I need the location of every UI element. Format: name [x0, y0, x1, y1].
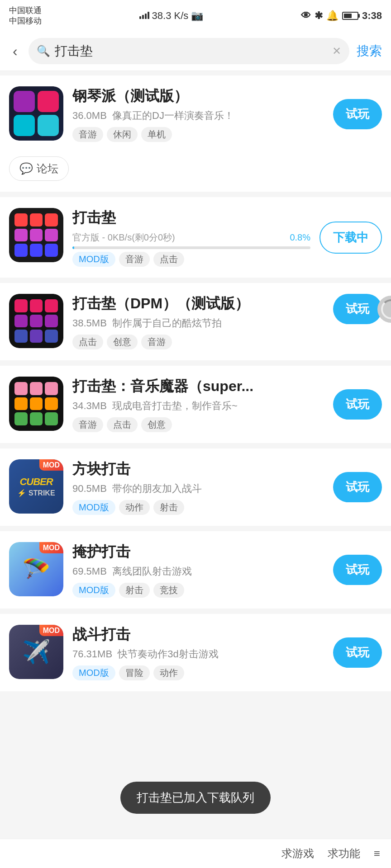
app-meta: 36.0MB 像真正的DJ一样演奏音乐！	[72, 109, 324, 123]
app-tags: MOD版 动作 射击	[72, 500, 324, 515]
app-name: 钢琴派（测试版）	[72, 86, 324, 106]
app-icon-wrap	[9, 208, 63, 262]
request-game-label: 求游戏	[281, 846, 314, 861]
forum-button[interactable]: 💬 论坛	[9, 156, 69, 181]
try-play-button[interactable]: 试玩	[333, 294, 382, 324]
app-card: MOD CUBER ⚡ STRIKE 方块打击 90.5MB 带你的朋友加入战斗…	[0, 448, 391, 526]
app-icon-dpm	[9, 294, 63, 348]
app-meta: 90.5MB 带你的朋友加入战斗	[72, 482, 324, 495]
tag: 点击	[107, 417, 138, 432]
search-input-wrap[interactable]: 🔍 打击垫 ✕	[29, 38, 349, 64]
try-play-button[interactable]: 试玩	[333, 99, 382, 129]
app-icon-wrap: MOD ✈️	[9, 625, 63, 679]
tag: 音游	[141, 335, 172, 349]
carrier1: 中国联通	[9, 5, 42, 16]
tag: 冒险	[119, 665, 150, 680]
app-meta: 76.31MB 快节奏动作3d射击游戏	[72, 647, 324, 661]
tag: 动作	[119, 500, 150, 515]
tag: 音游	[72, 127, 103, 142]
carrier2: 中国移动	[9, 16, 42, 26]
app-name: 战斗打击	[72, 625, 324, 645]
request-feature-button[interactable]: 求功能	[328, 846, 360, 861]
spinner	[377, 296, 391, 323]
tag: 射击	[119, 583, 150, 598]
tag: 点击	[153, 252, 184, 267]
toast-text: 打击垫已加入下载队列	[137, 791, 254, 804]
app-card: 打击垫 官方版 - 0KB/s(剩0分0秒) 0.8% MOD版 音游 点击 下	[0, 197, 391, 278]
try-play-button[interactable]: 试玩	[333, 389, 382, 420]
try-play-button[interactable]: 试玩	[333, 637, 382, 668]
try-play-button[interactable]: 试玩	[333, 555, 382, 585]
app-card: 钢琴派（测试版） 36.0MB 像真正的DJ一样演奏音乐！ 音游 休闲 单机 试…	[0, 75, 391, 192]
status-right: 👁 ✱ 🔔 3:38	[301, 10, 382, 22]
progress-bar	[72, 246, 310, 249]
app-info: 打击垫：音乐魔器（super... 34.3MB 现成电音打击垫，制作音乐~ 音…	[72, 377, 324, 432]
app-list: 钢琴派（测试版） 36.0MB 像真正的DJ一样演奏音乐！ 音游 休闲 单机 试…	[0, 71, 391, 759]
app-name: 掩护打击	[72, 542, 324, 562]
camera-icon: 📷	[191, 10, 203, 22]
try-button-spinner-wrap: 试玩	[333, 294, 382, 324]
app-name: 方块打击	[72, 459, 324, 479]
app-card: MOD 🪂 掩护打击 69.5MB 离线团队射击游戏 MOD版 射击 竞技 试玩	[0, 531, 391, 609]
carrier-info: 中国联通 中国移动	[9, 5, 42, 27]
download-status: 官方版 - 0KB/s(剩0分0秒)	[72, 231, 175, 244]
eye-icon: 👁	[301, 10, 311, 22]
app-info: 方块打击 90.5MB 带你的朋友加入战斗 MOD版 动作 射击	[72, 459, 324, 515]
search-button[interactable]: 搜索	[357, 42, 382, 60]
tag: 点击	[72, 335, 103, 349]
network-speed: 38.3 K/s	[152, 10, 189, 22]
app-tags: 音游 休闲 单机	[72, 127, 324, 142]
tag-mod: MOD版	[72, 665, 115, 680]
bell-icon: 🔔	[326, 10, 339, 22]
tag: 竞技	[153, 583, 184, 598]
menu-icon: ≡	[374, 847, 380, 860]
request-game-button[interactable]: 求游戏	[281, 846, 314, 861]
mod-badge: MOD	[39, 625, 63, 636]
app-meta: 69.5MB 离线团队射击游戏	[72, 565, 324, 578]
mod-badge: MOD	[39, 459, 63, 471]
app-meta: 34.3MB 现成电音打击垫，制作音乐~	[72, 399, 324, 413]
app-info: 掩护打击 69.5MB 离线团队射击游戏 MOD版 射击 竞技	[72, 542, 324, 598]
menu-button[interactable]: ≡	[374, 847, 380, 860]
app-icon-wrap	[9, 377, 63, 431]
search-icon: 🔍	[37, 45, 50, 57]
time-display: 3:38	[362, 10, 382, 22]
back-button[interactable]: ‹	[9, 41, 21, 61]
status-center: 38.3 K/s 📷	[139, 10, 204, 22]
tag: 音游	[72, 417, 103, 432]
app-icon-wrap	[9, 294, 63, 348]
app-icon-dajizhen	[9, 208, 63, 262]
tag: 创意	[141, 417, 172, 432]
mod-badge: MOD	[39, 542, 63, 553]
search-bar: ‹ 🔍 打击垫 ✕ 搜索	[0, 32, 391, 71]
app-info: 战斗打击 76.31MB 快节奏动作3d射击游戏 MOD版 冒险 动作	[72, 625, 324, 680]
app-card: MOD ✈️ 战斗打击 76.31MB 快节奏动作3d射击游戏 MOD版 冒险 …	[0, 614, 391, 691]
toast-notification: 打击垫已加入下载队列	[120, 782, 271, 814]
tag-mod: MOD版	[72, 252, 115, 267]
app-name: 打击垫（DPM）（测试版）	[72, 294, 324, 314]
request-feature-label: 求功能	[328, 846, 360, 861]
forum-label: 论坛	[37, 161, 58, 176]
app-meta: 38.5MB 制作属于自己的酷炫节拍	[72, 316, 324, 330]
app-tags: 点击 创意 音游	[72, 335, 324, 349]
app-tags: MOD版 射击 竞技	[72, 583, 324, 598]
tag: 创意	[107, 335, 138, 349]
app-name: 打击垫：音乐魔器（super...	[72, 377, 324, 396]
bottom-bar: 求游戏 求功能 ≡	[0, 839, 391, 868]
try-play-button[interactable]: 试玩	[333, 472, 382, 502]
tag: 动作	[153, 665, 184, 680]
clear-icon[interactable]: ✕	[332, 45, 341, 57]
progress-fill	[72, 246, 74, 249]
download-button[interactable]: 下载中	[319, 222, 382, 254]
app-card: 打击垫：音乐魔器（super... 34.3MB 现成电音打击垫，制作音乐~ 音…	[0, 366, 391, 443]
search-query: 打击垫	[55, 42, 328, 60]
tag: 休闲	[107, 127, 138, 142]
app-info: 钢琴派（测试版） 36.0MB 像真正的DJ一样演奏音乐！ 音游 休闲 单机	[72, 86, 324, 142]
download-progress-row: 官方版 - 0KB/s(剩0分0秒) 0.8%	[72, 231, 310, 249]
forum-icon: 💬	[19, 162, 33, 175]
app-info: 打击垫（DPM）（测试版） 38.5MB 制作属于自己的酷炫节拍 点击 创意 音…	[72, 294, 324, 349]
tag: 单机	[141, 127, 172, 142]
app-icon-wrap: MOD 🪂	[9, 542, 63, 596]
app-icon-wrap	[9, 86, 63, 141]
app-tags: 音游 点击 创意	[72, 417, 324, 432]
